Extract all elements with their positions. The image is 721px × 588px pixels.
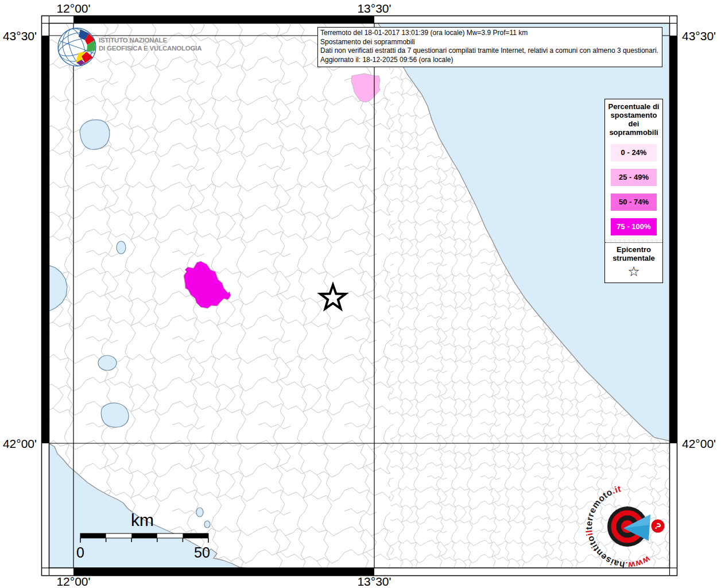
lat-label-right-top: 43°30' (682, 29, 716, 42)
lon-label-bottom-left: 12°00' (56, 575, 90, 588)
ingv-name-line1: ISTITUTO NAZIONALE (99, 37, 201, 45)
lat-label-left-bottom: 42°00' (3, 437, 37, 450)
scale-bar-unit: km (131, 510, 154, 529)
ingv-institute-name: ISTITUTO NAZIONALE DI GEOFISICA E VULCAN… (99, 37, 201, 52)
info-line-event: Terremoto del 18-01-2017 13:01:39 (ora l… (320, 29, 658, 38)
info-line-updated: Aggiornato il: 18-12-2025 09:56 (ora loc… (320, 56, 658, 65)
lon-label-top-left: 12°00' (56, 2, 90, 15)
map-canvas: 12°00' 13°30' 12°00' 13°30' 43°30' 42°00… (0, 0, 721, 588)
lat-label-right-bottom: 42°00' (682, 437, 716, 450)
lon-label-top-right: 13°30' (357, 2, 391, 15)
scale-bar-end: 50 (194, 544, 210, 560)
info-line-source: Dati non verificati estratti da 7 questi… (320, 47, 658, 56)
legend-star-icon: ☆ (605, 264, 662, 279)
lat-label-left-top: 43°30' (3, 29, 37, 42)
legend-box: Percentuale di spostamento dei soprammob… (604, 99, 663, 283)
macroseismic-map-page: 12°00' 13°30' 12°00' 13°30' 43°30' 42°00… (0, 0, 721, 588)
scale-bar-start: 0 (76, 544, 84, 560)
legend-epicenter-label: Epicentro strumentale (605, 245, 662, 262)
legend-swatch-75-100: 75 - 100% (611, 218, 657, 235)
info-line-effect: Spostamento dei soprammobili (320, 38, 658, 47)
legend-swatch-0-24: 0 - 24% (611, 144, 657, 161)
legend-divider (605, 242, 662, 243)
legend-swatch-50-74: 50 - 74% (611, 194, 657, 211)
legend-swatch-25-49: 25 - 49% (611, 169, 657, 186)
ingv-name-line2: DI GEOFISICA E VULCANOLOGIA (99, 45, 201, 53)
lon-label-bottom-right: 13°30' (357, 575, 391, 588)
earthquake-info-box: Terremoto del 18-01-2017 13:01:39 (ora l… (317, 27, 662, 67)
legend-title: Percentuale di spostamento dei soprammob… (605, 99, 662, 137)
